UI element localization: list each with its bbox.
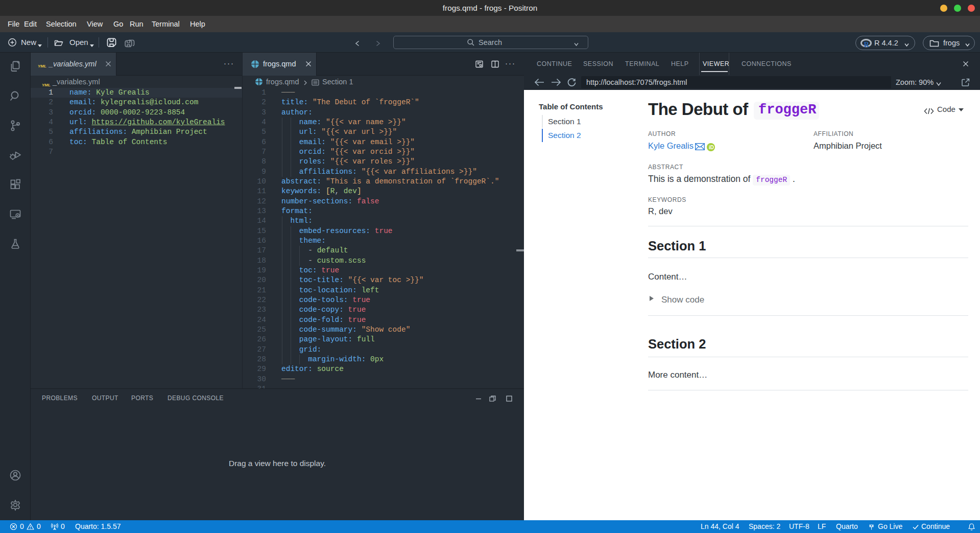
svg-text:R: R <box>864 41 870 48</box>
svg-text:iD: iD <box>709 145 714 150</box>
